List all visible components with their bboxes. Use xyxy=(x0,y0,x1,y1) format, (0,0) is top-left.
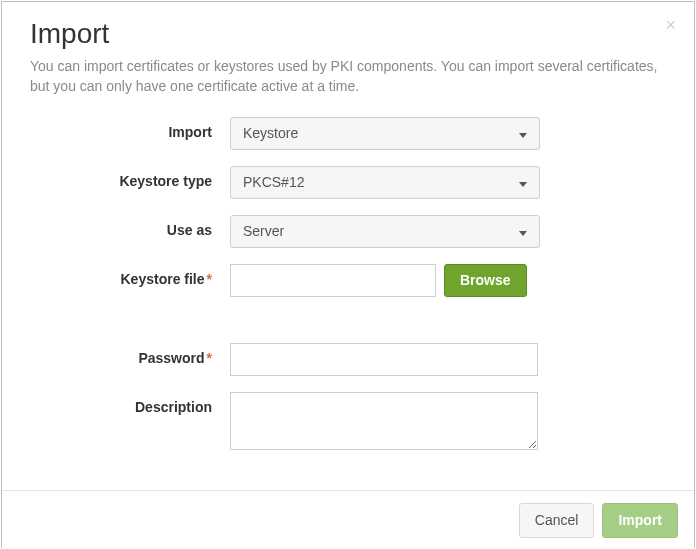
label-use-as: Use as xyxy=(30,215,230,238)
keystore-file-input[interactable] xyxy=(230,264,436,297)
row-description: Description xyxy=(30,392,666,454)
modal-footer: Cancel Import xyxy=(2,490,694,549)
use-as-selected: Server xyxy=(243,223,284,239)
modal-body: Import You can import certificates or ke… xyxy=(2,2,694,490)
label-keystore-type: Keystore type xyxy=(30,166,230,189)
caret-icon xyxy=(519,223,527,239)
caret-icon xyxy=(519,125,527,141)
dialog-title: Import xyxy=(30,18,666,50)
use-as-select[interactable]: Server xyxy=(230,215,540,248)
import-button[interactable]: Import xyxy=(602,503,678,538)
browse-button[interactable]: Browse xyxy=(444,264,527,297)
import-type-selected: Keystore xyxy=(243,125,298,141)
password-input[interactable] xyxy=(230,343,538,376)
label-import-type: Import xyxy=(30,117,230,140)
description-textarea[interactable] xyxy=(230,392,538,450)
close-icon[interactable]: × xyxy=(665,16,676,34)
row-password: Password* xyxy=(30,343,666,376)
label-keystore-file: Keystore file* xyxy=(30,264,230,287)
row-use-as: Use as Server xyxy=(30,215,666,248)
dialog-subtitle: You can import certificates or keystores… xyxy=(30,56,666,97)
cancel-button[interactable]: Cancel xyxy=(519,503,595,538)
caret-icon xyxy=(519,174,527,190)
label-description: Description xyxy=(30,392,230,415)
required-marker: * xyxy=(207,271,212,287)
row-keystore-file: Keystore file* Browse xyxy=(30,264,666,297)
row-keystore-type: Keystore type PKCS#12 xyxy=(30,166,666,199)
required-marker: * xyxy=(207,350,212,366)
import-type-select[interactable]: Keystore xyxy=(230,117,540,150)
keystore-type-select[interactable]: PKCS#12 xyxy=(230,166,540,199)
import-modal: × Import You can import certificates or … xyxy=(1,1,695,548)
label-password: Password* xyxy=(30,343,230,366)
keystore-type-selected: PKCS#12 xyxy=(243,174,304,190)
row-import-type: Import Keystore xyxy=(30,117,666,150)
